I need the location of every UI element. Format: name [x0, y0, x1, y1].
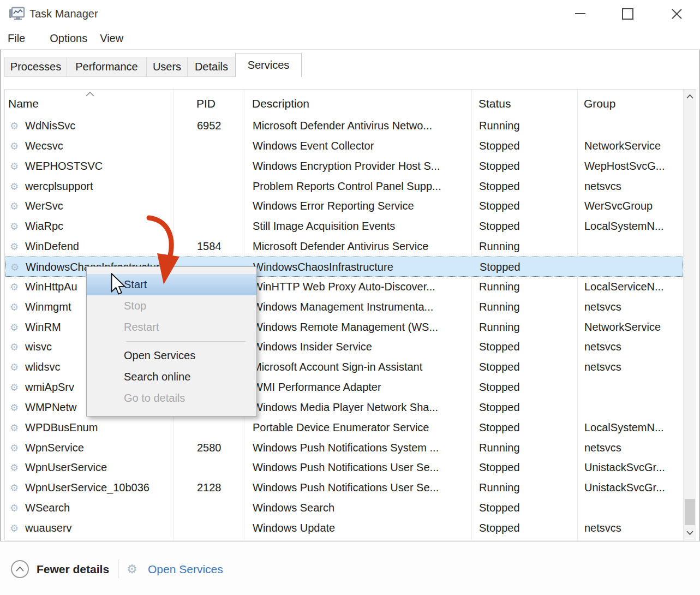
cell-group: UnistackSvcGr...	[584, 478, 665, 498]
service-gear-icon: ⚙	[10, 478, 19, 498]
table-header: NamePIDDescriptionStatusGroup	[5, 90, 683, 116]
cell-pid: 2580	[197, 438, 222, 458]
cell-status: Stopped	[479, 216, 520, 236]
cell-description: Windows Push Notifications System ...	[253, 438, 439, 458]
cell-group: LocalServiceN...	[584, 277, 664, 297]
cell-group: NetworkService	[584, 136, 661, 156]
cell-group: netsvcs	[584, 438, 621, 458]
fewer-details-button[interactable]	[11, 560, 29, 578]
menu-options[interactable]: Options	[50, 27, 87, 49]
table-row[interactable]: ⚙WpnUserServiceWindows Push Notification…	[5, 457, 683, 478]
table-row[interactable]: ⚙WdNisSvc6952Microsoft Defender Antiviru…	[5, 116, 683, 136]
table-row[interactable]: ⚙WerSvcWindows Error Reporting ServiceSt…	[5, 196, 683, 216]
table-row[interactable]: ⚙WpnUserService_10b0362128Windows Push N…	[5, 478, 683, 498]
table-row[interactable]: ⚙WPDBusEnumPortable Device Enumerator Se…	[5, 418, 683, 438]
cell-status: Stopped	[479, 357, 520, 377]
table-row[interactable]: ⚙WpnService2580Windows Push Notification…	[5, 438, 683, 458]
column-header-group[interactable]: Group	[584, 90, 615, 118]
table-row[interactable]: ⚙WiaRpcStill Image Acquisition EventsSto…	[5, 216, 683, 236]
context-menu-item-go-to-details: Go to details	[87, 388, 256, 409]
scrollbar-thumb[interactable]	[685, 499, 695, 525]
menu-separator	[126, 341, 246, 342]
cell-pid: 2128	[197, 478, 222, 498]
cell-pid: 6952	[197, 116, 222, 136]
table-row[interactable]: ⚙WinDefend1584Microsoft Defender Antivir…	[5, 236, 683, 257]
scroll-up-button[interactable]	[684, 90, 696, 104]
cell-name: WerSvc	[25, 196, 63, 216]
cell-description: Microsoft Account Sign-in Assistant	[253, 357, 422, 377]
tab-details[interactable]: Details	[187, 57, 236, 77]
tab-users[interactable]: Users	[146, 57, 188, 77]
vertical-scrollbar[interactable]	[683, 90, 696, 540]
cell-status: Running	[479, 438, 520, 458]
service-gear-icon: ⚙	[10, 257, 19, 277]
service-gear-icon: ⚙	[10, 418, 19, 438]
cell-name: WdNisSvc	[25, 116, 75, 136]
cell-pid: 1584	[197, 236, 222, 257]
open-services-link[interactable]: Open Services	[148, 560, 223, 578]
cell-description: WindowsChaosInfrastructure	[253, 257, 393, 277]
minimize-button[interactable]	[565, 0, 595, 27]
service-gear-icon: ⚙	[10, 116, 19, 136]
cell-description: Portable Device Enumerator Service	[253, 418, 429, 438]
table-row[interactable]: ⚙WEPHOSTSVCWindows Encryption Provider H…	[5, 156, 683, 176]
cell-status: Running	[479, 478, 520, 498]
cell-description: Windows Search	[253, 498, 334, 518]
cell-name: WMPNetw	[25, 397, 76, 418]
footer-bar: Fewer details ⚙ Open Services	[0, 542, 700, 595]
cell-status: Running	[479, 297, 520, 317]
fewer-details-label[interactable]: Fewer details	[37, 560, 109, 578]
maximize-button[interactable]	[612, 0, 643, 27]
cell-name: WpnService	[25, 438, 84, 458]
service-gear-icon: ⚙	[10, 357, 19, 377]
service-gear-icon: ⚙	[10, 438, 19, 458]
column-header-status[interactable]: Status	[478, 90, 511, 118]
table-row[interactable]: ⚙WSearchWindows SearchStopped	[5, 498, 683, 518]
service-gear-icon: ⚙	[10, 297, 19, 317]
cell-status: Stopped	[479, 518, 520, 538]
tab-services[interactable]: Services	[235, 53, 302, 77]
table-row[interactable]: ⚙wercplsupportProblem Reports Control Pa…	[5, 176, 683, 197]
table-row[interactable]: ⚙wuauservWindows UpdateStoppednetsvcs	[5, 518, 683, 538]
cell-description: Windows Error Reporting Service	[253, 196, 414, 216]
task-manager-window: Task Manager FileOptionsView ProcessesPe…	[0, 0, 700, 595]
cell-name: wercplsupport	[25, 176, 93, 197]
cell-status: Stopped	[479, 156, 520, 176]
cell-group: LocalSystemN...	[584, 216, 664, 236]
table-row[interactable]: ⚙WecsvcWindows Event CollectorStoppedNet…	[5, 136, 683, 156]
cell-description: Windows Push Notifications User Se...	[253, 457, 439, 478]
title-bar: Task Manager	[0, 0, 700, 27]
tab-performance[interactable]: Performance	[67, 57, 147, 77]
tab-processes[interactable]: Processes	[4, 57, 67, 77]
cell-name: WpnUserService	[25, 457, 107, 478]
cell-description: Problem Reports Control Panel Supp...	[253, 176, 441, 197]
cell-group: LocalSystemN...	[584, 418, 664, 438]
scroll-down-button[interactable]	[684, 526, 696, 540]
cell-name: WiaRpc	[25, 216, 63, 236]
cell-status: Stopped	[479, 498, 520, 518]
cell-name: WPDBusEnum	[25, 418, 98, 438]
close-button[interactable]	[661, 0, 692, 27]
column-header-name[interactable]: Name	[8, 90, 39, 118]
service-gear-icon: ⚙	[10, 236, 19, 257]
cell-description: Windows Event Collector	[253, 136, 374, 156]
menu-view[interactable]: View	[100, 27, 123, 49]
column-header-pid[interactable]: PID	[196, 90, 216, 118]
service-gear-icon: ⚙	[10, 196, 19, 216]
context-menu-item-open-services[interactable]: Open Services	[87, 345, 256, 366]
service-gear-icon: ⚙	[10, 498, 19, 518]
context-menu-item-search-online[interactable]: Search online	[87, 366, 256, 388]
cell-group: netsvcs	[584, 518, 621, 538]
task-manager-app-icon	[9, 6, 25, 22]
cell-description: Still Image Acquisition Events	[253, 216, 395, 236]
cell-name: WinDefend	[25, 236, 79, 257]
context-menu-item-restart: Restart	[87, 317, 256, 338]
cell-status: Stopped	[479, 377, 520, 397]
cell-status: Stopped	[480, 257, 520, 277]
cell-status: Running	[479, 236, 520, 257]
cell-status: Stopped	[479, 397, 520, 418]
cell-group: WerSvcGroup	[584, 196, 653, 216]
menu-file[interactable]: File	[8, 27, 25, 49]
cell-name: Winmgmt	[25, 297, 71, 317]
column-header-description[interactable]: Description	[252, 90, 309, 118]
